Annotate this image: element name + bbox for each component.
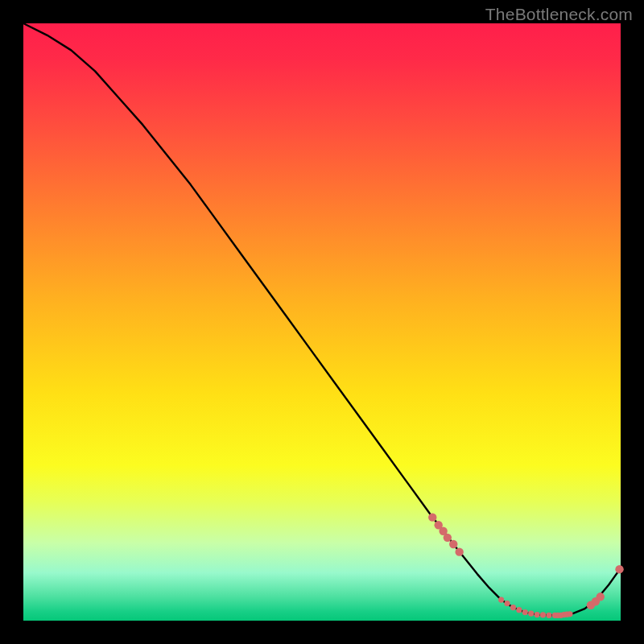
- chart-marker: [449, 540, 457, 548]
- chart-curve: [23, 23, 621, 615]
- chart-marker: [455, 547, 463, 555]
- chart-marker: [504, 601, 510, 606]
- chart-curve-path: [23, 23, 621, 615]
- chart-marker: [597, 592, 605, 601]
- chart-marker: [546, 613, 551, 618]
- chart-marker: [567, 611, 572, 617]
- chart-marker: [516, 607, 522, 613]
- chart-marker: [615, 565, 623, 573]
- chart-marker: [522, 609, 528, 615]
- chart-stage: TheBottleneck.com: [0, 0, 644, 644]
- chart-marker: [510, 605, 516, 610]
- chart-marker: [528, 611, 534, 617]
- chart-svg: [23, 23, 621, 621]
- chart-marker: [540, 612, 546, 617]
- chart-marker: [535, 612, 540, 617]
- chart-marker: [428, 513, 436, 521]
- watermark-text: TheBottleneck.com: [485, 5, 633, 24]
- chart-marker: [498, 597, 504, 602]
- chart-marker: [444, 534, 452, 542]
- chart-markers: [428, 513, 624, 617]
